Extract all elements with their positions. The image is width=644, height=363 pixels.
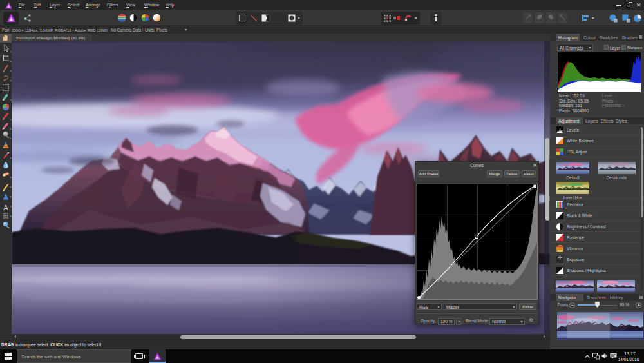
svg-text:A: A <box>3 204 8 211</box>
